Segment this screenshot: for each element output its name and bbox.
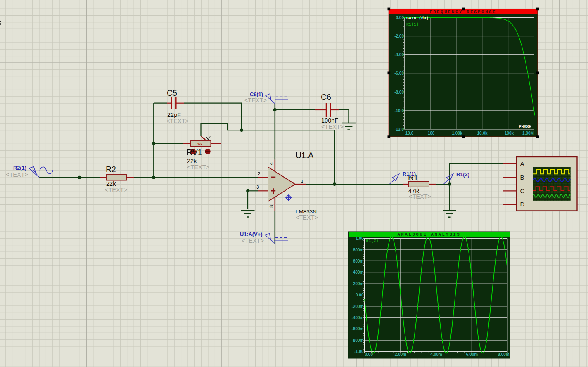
- svg-text:22k: 22k: [187, 158, 197, 164]
- svg-text:%0: %0: [198, 142, 203, 146]
- svg-text:22pF: 22pF: [167, 111, 181, 118]
- svg-text:2: 2: [258, 171, 260, 176]
- svg-text:100: 100: [428, 131, 435, 135]
- svg-text:B: B: [520, 174, 524, 181]
- svg-text:<TEXT>: <TEXT>: [6, 171, 28, 178]
- svg-text:<TEXT>: <TEXT>: [321, 123, 344, 130]
- svg-text:600m: 600m: [353, 259, 364, 263]
- svg-text:<TEXT>: <TEXT>: [105, 187, 127, 193]
- svg-text:1: 1: [301, 179, 303, 184]
- svg-text:-200m: -200m: [352, 304, 364, 309]
- svg-text:R1(1): R1(1): [406, 22, 419, 27]
- svg-text:RV1: RV1: [187, 148, 202, 157]
- svg-text:100k: 100k: [505, 131, 514, 135]
- svg-text:-800m: -800m: [352, 338, 364, 343]
- svg-text:800m: 800m: [353, 248, 364, 252]
- svg-text:R1(2): R1(2): [366, 239, 379, 243]
- svg-text:1.00k: 1.00k: [452, 131, 462, 135]
- svg-text:GAIN (dB): GAIN (dB): [406, 16, 429, 21]
- svg-text:<TEXT>: <TEXT>: [242, 237, 264, 244]
- svg-text:-4.00: -4.00: [394, 52, 404, 57]
- svg-text:PHASE: PHASE: [519, 125, 531, 129]
- svg-text:-2.00: -2.00: [394, 34, 404, 38]
- svg-text:-8.00: -8.00: [394, 90, 404, 95]
- svg-text:<TEXT>: <TEXT>: [166, 118, 189, 124]
- svg-text:C5: C5: [167, 88, 177, 97]
- svg-text:A: A: [520, 160, 524, 167]
- svg-text:10.0: 10.0: [405, 131, 414, 135]
- svg-text:-10.0: -10.0: [394, 109, 404, 113]
- svg-text:0.00: 0.00: [356, 293, 364, 297]
- svg-text:C6: C6: [321, 92, 331, 102]
- svg-text:200m: 200m: [353, 282, 364, 286]
- svg-text:0.00: 0.00: [396, 15, 404, 20]
- svg-text:R2: R2: [106, 165, 116, 174]
- svg-text:6.00m: 6.00m: [466, 352, 478, 357]
- svg-text:C6(1): C6(1): [250, 91, 263, 97]
- svg-text:<TEXT>: <TEXT>: [244, 97, 267, 104]
- svg-text:-6.00: -6.00: [394, 71, 404, 76]
- svg-text:R1(2): R1(2): [456, 171, 469, 178]
- svg-text:0.00: 0.00: [365, 352, 373, 357]
- svg-text:1.00M: 1.00M: [522, 131, 534, 135]
- svg-text:4.00m: 4.00m: [430, 352, 442, 357]
- svg-text:-1.00: -1.00: [354, 349, 364, 354]
- svg-text:LM833N: LM833N: [296, 208, 317, 215]
- svg-text:R2(1): R2(1): [13, 165, 26, 171]
- svg-text:-12.0: -12.0: [394, 127, 404, 132]
- svg-text:ANALOGUE ANALYSIS: ANALOGUE ANALYSIS: [397, 232, 460, 237]
- svg-text:-600m: -600m: [352, 327, 364, 331]
- svg-text:<TEXT>: <TEXT>: [187, 164, 209, 170]
- svg-text:U1:A: U1:A: [296, 151, 313, 160]
- svg-text:8.00m: 8.00m: [498, 352, 509, 357]
- svg-text:2.00m: 2.00m: [395, 352, 406, 357]
- svg-text:400m: 400m: [353, 270, 364, 275]
- svg-text:C: C: [520, 187, 525, 194]
- svg-text:-400m: -400m: [352, 315, 364, 320]
- svg-text:D: D: [520, 201, 525, 208]
- svg-text:22k: 22k: [106, 180, 116, 187]
- svg-text:100nF: 100nF: [321, 117, 338, 124]
- svg-text:1.00: 1.00: [356, 236, 364, 241]
- svg-text:<TEXT>: <TEXT>: [409, 193, 431, 200]
- svg-text:8: 8: [269, 205, 274, 208]
- svg-text:10.0k: 10.0k: [477, 131, 487, 135]
- svg-text:U1:A(V+): U1:A(V+): [240, 231, 262, 237]
- svg-text:<TEXT>: <TEXT>: [296, 214, 318, 221]
- svg-text:R1(1): R1(1): [403, 171, 416, 177]
- svg-text:4: 4: [269, 162, 274, 165]
- svg-text:3: 3: [256, 185, 259, 189]
